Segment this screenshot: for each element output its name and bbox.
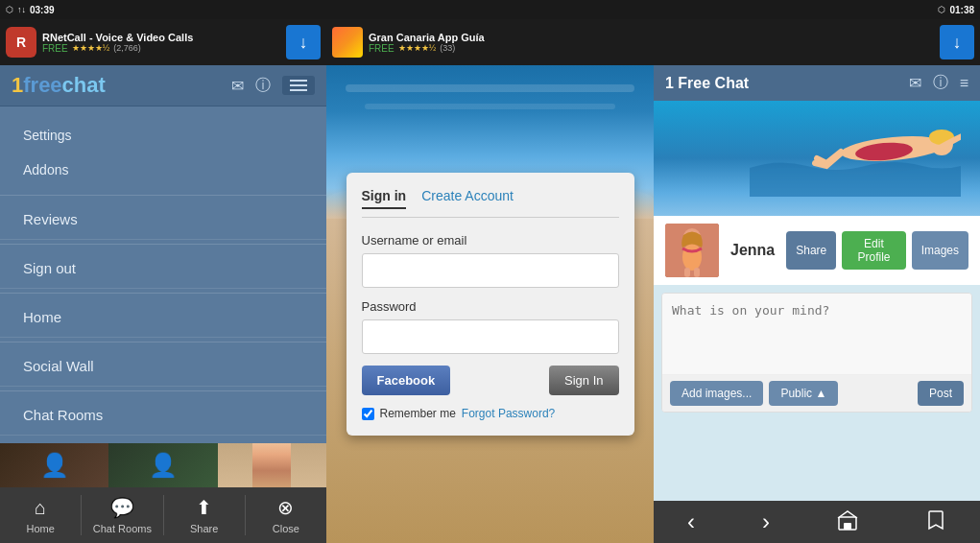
home-label: Home	[26, 523, 54, 534]
left-panel: 1 free chat ✉ ⓘ Settings Addons Revie	[0, 65, 326, 543]
signal-icon: ↑↓	[17, 5, 26, 14]
menu-item-signout[interactable]: Sign out	[0, 248, 326, 289]
email-icon[interactable]: ✉	[231, 77, 244, 95]
info-icon[interactable]: ⓘ	[255, 76, 271, 96]
password-input[interactable]	[362, 319, 619, 354]
profile-name: Jenna	[730, 242, 775, 259]
app-r-icon: R	[6, 27, 36, 58]
right-panel: 1 Free Chat ✉ ⓘ ≡	[654, 65, 980, 543]
notif-reviews-right: (33)	[440, 43, 455, 53]
remember-label: Remember me	[380, 407, 456, 420]
notif-reviews-left: (2,766)	[113, 43, 141, 53]
svg-rect-10	[844, 523, 851, 530]
profile-actions: Share Edit Profile Images	[786, 231, 968, 270]
main-content: 1 free chat ✉ ⓘ Settings Addons Revie	[0, 65, 980, 543]
menu-item-home[interactable]: Home	[0, 297, 326, 338]
center-panel: Sign in Create Account Username or email…	[326, 65, 654, 543]
profile-avatar	[665, 224, 719, 277]
thumb-face-3	[218, 443, 326, 487]
menu-item-reviews[interactable]: Reviews	[0, 200, 326, 240]
notif-title-right: Gran Canaria App Guía	[369, 32, 485, 43]
profile-info-row: Jenna Share Edit Profile Images	[654, 216, 980, 285]
hamburger-line-3	[290, 89, 307, 91]
notif-free-right: FREE	[369, 43, 394, 54]
notif-app-right: Gran Canaria App Guía FREE ★★★★½ (33)	[332, 27, 485, 58]
app-img-inner	[332, 27, 363, 58]
chatrooms-label: Chat Rooms	[93, 523, 152, 534]
edit-profile-button[interactable]: Edit Profile	[842, 231, 905, 270]
signin-button[interactable]: Sign In	[549, 366, 618, 395]
notif-sub-left: FREE ★★★★½ (2,766)	[42, 43, 193, 54]
logo-free: free	[23, 73, 61, 98]
avatar-svg	[665, 224, 719, 277]
status-bar: ⬡ ↑↓ 03:39 ⬡ 01:38	[0, 0, 980, 19]
add-images-button[interactable]: Add images...	[670, 381, 763, 406]
notif-stars-right: ★★★★½	[398, 43, 437, 53]
username-label: Username or email	[362, 233, 619, 248]
share-label: Share	[190, 523, 218, 534]
profile-cover	[654, 101, 980, 216]
post-button[interactable]: Post	[918, 381, 964, 406]
nav-item-share[interactable]: ⬆ Share	[164, 487, 245, 543]
header-icons: ✉ ⓘ	[231, 76, 315, 96]
nav-item-close[interactable]: ⊗ Close	[246, 487, 326, 543]
menu-item-socialwall[interactable]: Social Wall	[0, 346, 326, 387]
download-icon-left[interactable]: ↓	[286, 25, 321, 59]
thumbnail-3	[218, 443, 326, 487]
images-button[interactable]: Images	[912, 231, 968, 270]
forgot-password-link[interactable]: Forgot Password?	[462, 407, 555, 420]
right-header-title: 1 Free Chat	[665, 75, 749, 92]
right-time: 01:38	[949, 5, 974, 15]
thumb-face-2: 👤	[108, 443, 217, 487]
status-bar-left: ⬡ ↑↓ 03:39	[0, 0, 326, 19]
facebook-button[interactable]: Facebook	[362, 366, 451, 395]
right-header-icons: ✉ ⓘ ≡	[909, 73, 968, 93]
nav-item-home[interactable]: ⌂ Home	[0, 487, 81, 543]
post-textarea[interactable]	[662, 294, 971, 370]
password-label: Password	[362, 299, 619, 314]
mail-icon[interactable]: ✉	[909, 74, 921, 92]
tab-create-account[interactable]: Create Account	[421, 188, 514, 209]
post-area: Add images... Public ▲ Post	[661, 293, 972, 413]
public-button[interactable]: Public ▲	[769, 381, 838, 406]
notif-left: R RNetCall - Voice & Video Calls FREE ★★…	[0, 19, 326, 65]
menu-divider-5	[0, 390, 326, 391]
download-icon-right[interactable]: ↓	[940, 25, 974, 59]
menu-section-items: Settings Addons	[0, 114, 326, 191]
menu-divider-2	[0, 244, 326, 245]
thumbnail-2: 👤	[108, 443, 217, 487]
logo-one: 1	[12, 73, 23, 98]
svg-rect-7	[684, 268, 690, 277]
tab-signin[interactable]: Sign in	[362, 188, 407, 209]
right-home-icon[interactable]	[822, 502, 873, 543]
notif-free-left: FREE	[42, 43, 68, 54]
login-tabs: Sign in Create Account	[362, 188, 619, 218]
username-input[interactable]	[362, 253, 619, 288]
login-card: Sign in Create Account Username or email…	[347, 173, 634, 436]
menu-divider-4	[0, 342, 326, 342]
close-label: Close	[273, 523, 299, 534]
app-header: 1 free chat ✉ ⓘ	[0, 65, 326, 106]
thumbnails-row: 👤 👤	[0, 443, 326, 487]
status-bar-right: ⬡ 01:38	[326, 0, 980, 19]
menu-item-addons[interactable]: Addons	[0, 153, 326, 187]
menu-item-chatrooms[interactable]: Chat Rooms	[0, 395, 326, 436]
menu-divider-3	[0, 293, 326, 294]
back-icon[interactable]: ‹	[672, 501, 710, 543]
share-icon: ⬆	[196, 496, 212, 519]
thumbnail-1: 👤	[0, 443, 108, 487]
share-button[interactable]: Share	[786, 231, 836, 270]
forward-icon[interactable]: ›	[747, 501, 785, 543]
left-time: 03:39	[30, 5, 55, 15]
right-menu-icon[interactable]: ≡	[960, 75, 968, 92]
remember-checkbox[interactable]	[362, 408, 374, 420]
logo-chat: chat	[62, 73, 106, 98]
chatrooms-icon: 💬	[110, 496, 134, 519]
menu-item-settings[interactable]: Settings	[0, 118, 326, 153]
home-icon: ⌂	[35, 497, 46, 519]
bookmark-icon[interactable]	[910, 502, 962, 543]
right-info-icon[interactable]: ⓘ	[933, 73, 948, 93]
nav-item-chatrooms[interactable]: 💬 Chat Rooms	[82, 487, 162, 543]
hamburger-button[interactable]	[282, 76, 315, 95]
notif-text-right: Gran Canaria App Guía FREE ★★★★½ (33)	[369, 32, 485, 54]
